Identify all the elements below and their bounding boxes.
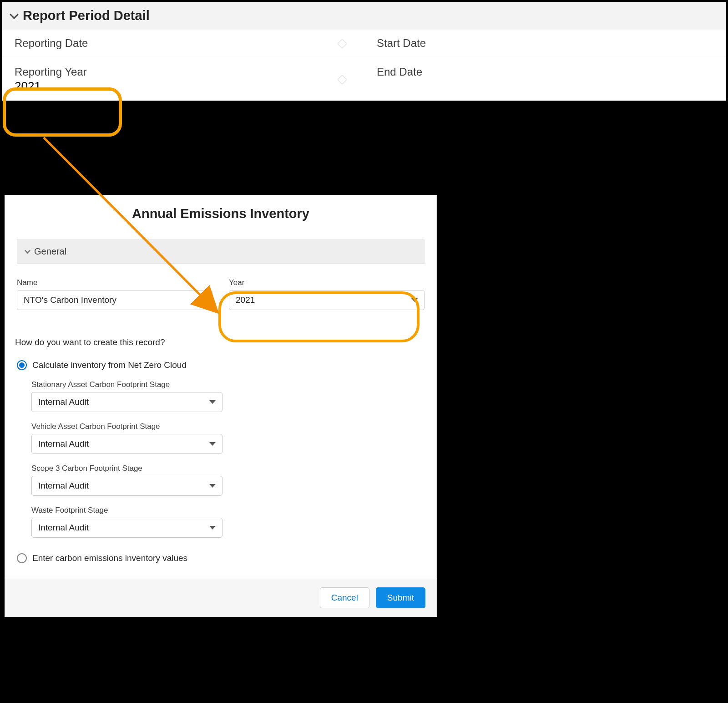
start-date-label: Start Date — [377, 37, 713, 50]
year-select[interactable]: 2021 — [229, 290, 425, 310]
option-calculate-row[interactable]: Calculate inventory from Net Zero Cloud — [5, 357, 436, 374]
modal-title: Annual Emissions Inventory — [5, 195, 436, 239]
stage-select-3[interactable]: Internal Audit — [31, 518, 222, 538]
cancel-button[interactable]: Cancel — [320, 587, 369, 608]
stage-value-0: Internal Audit — [38, 397, 89, 407]
reporting-year-label: Reporting Year — [15, 66, 351, 78]
chevron-down-icon — [25, 248, 30, 254]
caret-down-icon — [209, 484, 216, 488]
reporting-year-cell[interactable]: Reporting Year 2021 — [2, 58, 364, 101]
stage-select-0[interactable]: Internal Audit — [31, 392, 222, 412]
radio-calculate[interactable] — [17, 360, 27, 370]
stage-label-0: Stationary Asset Carbon Footprint Stage — [31, 380, 425, 389]
name-label: Name — [17, 278, 212, 287]
report-section-title: Report Period Detail — [23, 8, 150, 23]
end-date-label: End Date — [377, 66, 713, 78]
modal-footer: Cancel Submit — [5, 579, 436, 616]
caret-down-icon — [209, 526, 216, 530]
option-enter-row[interactable]: Enter carbon emissions inventory values — [5, 550, 436, 567]
chevron-down-icon — [10, 10, 19, 19]
reporting-date-label: Reporting Date — [15, 37, 351, 50]
start-date-cell[interactable]: Start Date — [364, 30, 726, 58]
stage-select-2[interactable]: Internal Audit — [31, 476, 222, 496]
stage-value-1: Internal Audit — [38, 439, 89, 449]
stage-value-2: Internal Audit — [38, 481, 89, 491]
stage-select-1[interactable]: Internal Audit — [31, 434, 222, 454]
radio-enter[interactable] — [17, 553, 27, 563]
general-section-header[interactable]: General — [17, 239, 425, 264]
create-record-question: How do you want to create this record? — [5, 315, 436, 357]
name-input-value: NTO's Carbon Inventory — [24, 295, 116, 305]
option-calculate-label: Calculate inventory from Net Zero Cloud — [32, 360, 187, 370]
stage-label-1: Vehicle Asset Carbon Footprint Stage — [31, 422, 425, 431]
year-label: Year — [229, 278, 425, 287]
submit-button[interactable]: Submit — [376, 587, 425, 608]
end-date-cell[interactable]: End Date — [364, 58, 726, 101]
stage-label-3: Waste Footprint Stage — [31, 506, 425, 515]
caret-down-icon — [209, 400, 216, 404]
stage-label-2: Scope 3 Carbon Footprint Stage — [31, 464, 425, 473]
general-label: General — [34, 246, 66, 257]
name-input[interactable]: NTO's Carbon Inventory — [17, 290, 212, 310]
caret-down-icon — [411, 298, 418, 302]
stage-value-3: Internal Audit — [38, 523, 89, 533]
report-section-header[interactable]: Report Period Detail — [2, 2, 726, 30]
year-select-value: 2021 — [236, 295, 255, 305]
caret-down-icon — [209, 442, 216, 446]
option-enter-label: Enter carbon emissions inventory values — [32, 553, 187, 563]
annual-emissions-modal: Annual Emissions Inventory General Name … — [5, 195, 437, 617]
reporting-year-value: 2021 — [15, 79, 351, 93]
report-period-detail-panel: Report Period Detail Reporting Date Star… — [1, 1, 727, 102]
reporting-date-cell[interactable]: Reporting Date — [2, 30, 364, 58]
